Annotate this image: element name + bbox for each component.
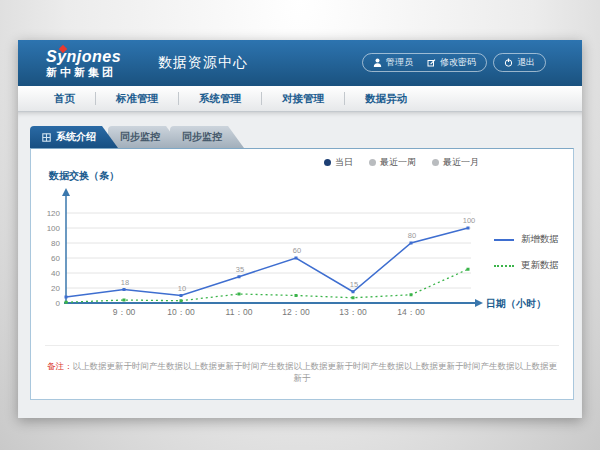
edit-icon: [427, 58, 436, 67]
svg-text:12：00: 12：00: [282, 307, 310, 317]
logout-button[interactable]: 退出: [504, 56, 535, 69]
svg-text:20: 20: [51, 284, 60, 293]
svg-text:60: 60: [293, 246, 301, 255]
page-title: 数据资源中心: [158, 54, 248, 72]
y-axis-title: 数据交换（条）: [49, 169, 119, 183]
radio-label: 最近一月: [443, 156, 479, 169]
svg-text:60: 60: [51, 254, 60, 263]
nav-item-standard-mgmt[interactable]: 标准管理: [96, 92, 178, 106]
svg-text:35: 35: [236, 265, 244, 274]
app-window: Synjones 新中新集团 数据资源中心 管理员: [18, 40, 582, 418]
tab-label: 同步监控: [120, 130, 160, 144]
nav-item-data-changes[interactable]: 数据异动: [345, 92, 427, 106]
logout-label: 退出: [517, 56, 535, 69]
logout-pill: 退出: [493, 53, 546, 72]
svg-text:100: 100: [463, 216, 476, 225]
legend-label: 更新数据: [521, 259, 559, 272]
svg-text:11：00: 11：00: [226, 307, 253, 317]
x-axis-title: 日期（小时）: [486, 297, 546, 311]
legend-item-new-data[interactable]: 新增数据: [494, 233, 559, 246]
legend-line-dotted: [494, 265, 514, 267]
svg-text:120: 120: [47, 209, 61, 218]
legend-item-updated-data[interactable]: 更新数据: [494, 259, 559, 272]
radio-label: 最近一周: [380, 156, 416, 169]
chart-legend: 新增数据 更新数据: [494, 233, 559, 272]
radio-today[interactable]: 当日: [324, 156, 353, 169]
current-user[interactable]: 管理员: [373, 56, 413, 69]
user-pill: 管理员 修改密码: [362, 53, 487, 72]
line-chart: 0204060801001209：0010：0011：0012：0013：001…: [31, 168, 511, 330]
note-prefix: 备注：: [47, 361, 73, 371]
tab-label: 系统介绍: [56, 130, 96, 144]
power-icon: [504, 58, 513, 67]
svg-text:0: 0: [56, 299, 61, 308]
radio-dot: [432, 159, 439, 166]
chart-panel: 当日 最近一周 最近一月 数据交换（条） 0204060801001209：00…: [30, 148, 574, 400]
logo-subtext: 新中新集团: [46, 67, 142, 78]
tab-system-intro[interactable]: 系统介绍: [30, 126, 118, 148]
grid-icon: [42, 133, 51, 142]
svg-text:40: 40: [51, 269, 60, 278]
radio-dot-selected: [324, 159, 331, 166]
svg-text:80: 80: [408, 231, 416, 240]
tab-sync-monitor-2[interactable]: 同步监控: [170, 126, 244, 148]
nav-item-docking-mgmt[interactable]: 对接管理: [262, 92, 344, 106]
user-label: 管理员: [386, 56, 413, 69]
change-password-button[interactable]: 修改密码: [427, 56, 476, 69]
radio-last-month[interactable]: 最近一月: [432, 156, 479, 169]
svg-text:13：00: 13：00: [339, 307, 367, 317]
radio-last-week[interactable]: 最近一周: [369, 156, 416, 169]
user-icon: [373, 58, 382, 67]
footer-note: 备注：以上数据更新于时间产生数据以上数据更新于时间产生数据以上数据更新于时间产生…: [45, 345, 559, 385]
svg-text:9：00: 9：00: [113, 307, 136, 317]
note-text: 以上数据更新于时间产生数据以上数据更新于时间产生数据以上数据更新于时间产生数据以…: [73, 361, 558, 383]
svg-text:100: 100: [47, 224, 61, 233]
tab-bar: 系统介绍 同步监控 同步监控: [30, 126, 574, 148]
svg-text:80: 80: [51, 239, 60, 248]
legend-label: 新增数据: [521, 233, 559, 246]
legend-line-solid: [494, 239, 514, 241]
svg-text:10：00: 10：00: [167, 307, 195, 317]
company-logo: Synjones 新中新集团: [46, 49, 142, 78]
svg-text:10: 10: [178, 284, 186, 293]
radio-dot: [369, 159, 376, 166]
nav-item-home[interactable]: 首页: [34, 92, 95, 106]
svg-text:15: 15: [350, 280, 358, 289]
svg-text:18: 18: [121, 278, 129, 287]
user-area: 管理员 修改密码 退出: [362, 53, 546, 72]
tab-label: 同步监控: [182, 130, 222, 144]
app-header: Synjones 新中新集团 数据资源中心 管理员: [18, 40, 582, 86]
content-area: 系统介绍 同步监控 同步监控 当日 最近一周: [18, 112, 582, 418]
svg-text:14：00: 14：00: [397, 307, 425, 317]
date-range-filter: 当日 最近一周 最近一月: [324, 156, 479, 169]
main-nav: 首页 标准管理 系统管理 对接管理 数据异动: [18, 86, 582, 112]
radio-label: 当日: [335, 156, 353, 169]
change-password-label: 修改密码: [440, 56, 476, 69]
nav-item-system-mgmt[interactable]: 系统管理: [179, 92, 261, 106]
